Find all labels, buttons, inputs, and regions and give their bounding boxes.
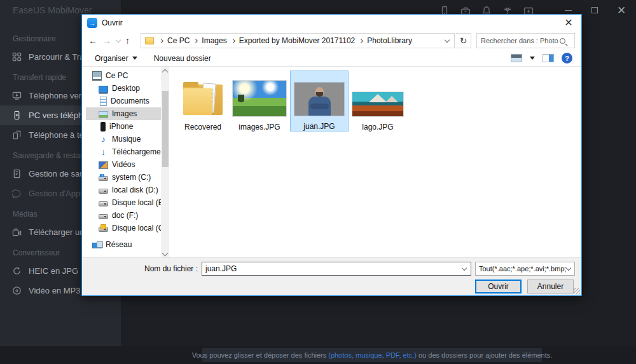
filetype-value: Tout(*.aac;*.ape;*.avi;*.bmp;*.c: [476, 265, 567, 273]
breadcrumb-images[interactable]: Images: [199, 36, 229, 45]
tree-item-disque-e[interactable]: Disque local (E:): [86, 196, 161, 209]
dialog-app-icon: →: [87, 18, 97, 28]
search-box[interactable]: [476, 33, 575, 48]
tree-item-documents[interactable]: Documents: [86, 95, 161, 107]
up-icon[interactable]: ↑: [125, 36, 130, 46]
filetype-select[interactable]: Tout(*.aac;*.ape;*.avi;*.bmp;*.c: [475, 262, 575, 276]
new-folder-button[interactable]: Nouveau dossier: [154, 54, 211, 63]
refresh-icon[interactable]: ↻: [456, 33, 471, 48]
view-dropdown-icon[interactable]: [530, 57, 535, 60]
breadcrumb-separator: [193, 38, 198, 43]
tree-item-desktop[interactable]: Desktop: [86, 82, 161, 95]
hint-text: ou des dossiers pour ajouter des élément…: [418, 351, 552, 359]
tree-item-telechargement[interactable]: ↓Téléchargement: [86, 145, 161, 158]
close-button[interactable]: ✕: [614, 4, 628, 17]
tree-item-doc-f[interactable]: doc (F:): [86, 209, 161, 222]
address-bar[interactable]: Ce PC Images Exported by MobiMover 20171…: [141, 33, 455, 48]
tree-item-label: Vidéos: [112, 160, 135, 169]
tree-scrollbar[interactable]: [161, 67, 169, 259]
address-dropdown-icon[interactable]: [445, 37, 450, 42]
audio-convert-icon: [11, 285, 22, 296]
file-name: images.JPG: [238, 123, 280, 131]
drive-icon: [99, 201, 108, 206]
pictures-icon: [99, 111, 108, 118]
tree-item-local-d[interactable]: local disk (D:): [86, 184, 161, 196]
file-item-lago[interactable]: lago.JPG: [350, 71, 405, 131]
history-chevron-icon[interactable]: [116, 37, 121, 42]
tree-item-disque-g[interactable]: Disque local (G:): [86, 222, 161, 234]
tree-item-label: iPhone: [109, 122, 133, 131]
search-icon: [560, 38, 565, 44]
scroll-down-icon[interactable]: [162, 250, 169, 257]
dialog-footer: Nom du fichier : Tout(*.aac;*.ape;*.avi;…: [82, 257, 581, 295]
tree-item-reseau[interactable]: Réseau: [86, 238, 161, 251]
locked-drive-icon: [99, 227, 108, 232]
tree-item-label: Ce PC: [106, 71, 128, 80]
phone-to-pc-icon: [11, 90, 22, 101]
tree-item-images[interactable]: Images: [86, 107, 161, 120]
back-icon[interactable]: ←: [88, 36, 97, 46]
file-name: Recovered: [184, 123, 221, 131]
file-name: juan.JPG: [303, 122, 335, 131]
organize-button[interactable]: Organiser: [95, 54, 137, 63]
tree-item-system-c[interactable]: system (C:): [86, 171, 161, 184]
app-title: EaseUS MobiMover: [13, 5, 92, 15]
hint-link[interactable]: (photos, musique, PDF, etc.): [328, 351, 417, 359]
scrollbar-thumb[interactable]: [162, 91, 169, 167]
file-item-recovered[interactable]: Recovered: [177, 71, 228, 131]
breadcrumb-photolibrary[interactable]: PhotoLlibrary: [364, 36, 415, 45]
hint-text: Vous pouvez glisser et déposer des fichi…: [192, 351, 327, 359]
cancel-button[interactable]: Annuler: [527, 280, 574, 293]
image-thumbnail: [294, 83, 344, 116]
filename-dropdown-icon[interactable]: [462, 265, 467, 270]
tree-item-label: Documents: [111, 97, 149, 105]
pc-to-phone-icon: [11, 110, 22, 121]
video-download-icon: [11, 227, 22, 238]
tree-item-iphone[interactable]: iPhone: [86, 120, 161, 133]
breadcrumb-ce-pc[interactable]: Ce PC: [165, 36, 192, 45]
tree-item-label: Téléchargement: [112, 147, 161, 156]
filename-combobox[interactable]: [202, 262, 471, 276]
tree-item-videos[interactable]: Vidéos: [86, 158, 161, 171]
file-item-juan[interactable]: juan.JPG: [290, 71, 349, 131]
dialog-content: Ce PC Desktop Documents Images iPhone ♪M…: [82, 67, 581, 259]
dialog-titlebar[interactable]: → Ouvrir ✕: [82, 15, 581, 31]
maximize-button[interactable]: [588, 4, 602, 17]
computer-icon: [92, 71, 102, 81]
preview-pane-icon[interactable]: [543, 54, 554, 62]
forward-icon[interactable]: →: [102, 36, 111, 46]
resize-grip[interactable]: [574, 288, 580, 294]
filetype-dropdown-icon: [566, 265, 571, 270]
organize-label: Organiser: [95, 54, 128, 63]
sidebar-item-label: HEIC en JPG: [29, 266, 78, 276]
thumbnail-view-icon[interactable]: [511, 54, 522, 62]
system-drive-icon: [99, 176, 108, 181]
drag-drop-hint: Vous pouvez glisser et déposer des fichi…: [202, 348, 542, 362]
tree-item-musique[interactable]: ♪Musique: [86, 133, 161, 145]
tree-item-label: Images: [112, 109, 137, 118]
file-item-images[interactable]: images.JPG: [231, 71, 288, 131]
chevron-down-icon: [132, 57, 137, 60]
backup-icon: [11, 168, 22, 179]
image-thumbnail: [233, 81, 286, 116]
filename-input[interactable]: [202, 264, 462, 273]
breadcrumb-exported[interactable]: Exported by MobiMover 20171102: [237, 36, 358, 45]
tree-item-label: Desktop: [112, 84, 140, 93]
dialog-close-icon[interactable]: ✕: [562, 17, 575, 29]
desktop-icon: [99, 86, 108, 93]
folder-icon: [183, 82, 223, 116]
tree-item-label: Musique: [112, 135, 141, 144]
music-icon: ♪: [99, 135, 108, 144]
tree-item-ce-pc[interactable]: Ce PC: [86, 69, 161, 82]
tree-item-label: system (C:): [112, 173, 151, 182]
search-input[interactable]: [477, 37, 558, 44]
navigation-row: ← → ↑ Ce PC Images Exported by MobiMover…: [82, 31, 581, 50]
open-file-dialog: → Ouvrir ✕ ← → ↑ Ce PC Images Exported b…: [81, 14, 582, 296]
open-button[interactable]: Ouvrir: [475, 280, 522, 293]
folder-tree: Ce PC Desktop Documents Images iPhone ♪M…: [86, 69, 161, 251]
breadcrumb-separator: [359, 38, 363, 43]
dialog-toolbar: Organiser Nouveau dossier ?: [82, 50, 581, 67]
scroll-up-icon[interactable]: [162, 69, 169, 76]
help-icon[interactable]: ?: [562, 53, 572, 64]
iphone-icon: [100, 122, 106, 131]
